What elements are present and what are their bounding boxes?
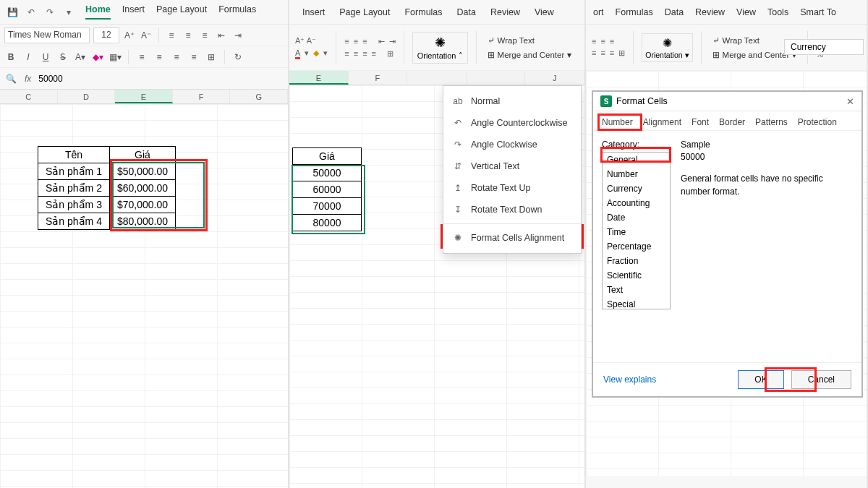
align-right-icon[interactable]: ≡	[170, 51, 183, 64]
table-row[interactable]: Sản phẩm 2$60,000.00	[38, 180, 176, 197]
align-left-icon[interactable]: ≡	[344, 49, 349, 59]
merge-icon[interactable]: ⊞	[618, 48, 625, 58]
border-icon[interactable]: ▦▾	[109, 51, 122, 64]
cell-grid[interactable]: Tên Giá Sản phẩm 1$50,000.00 Sản phẩm 2$…	[0, 104, 288, 488]
category-list[interactable]: General Number Currency Accounting Date …	[602, 152, 671, 309]
dlg-tab-alignment[interactable]: Alignment	[643, 117, 681, 127]
cat-time[interactable]: Time	[603, 225, 670, 239]
undo-icon[interactable]: ↶	[25, 6, 38, 19]
align-right-icon[interactable]: ≡	[610, 48, 614, 58]
cat-number[interactable]: Number	[603, 167, 670, 181]
cancel-button[interactable]: Cancel	[791, 370, 851, 389]
tab-insert[interactable]: Insert	[302, 7, 325, 17]
tab-data[interactable]: Data	[665, 7, 684, 17]
table-row[interactable]: Sản phẩm 4$80,000.00	[38, 213, 176, 230]
tab-home[interactable]: Home	[85, 4, 111, 20]
align-left-icon[interactable]: ≡	[592, 48, 596, 58]
tab-review[interactable]: Review	[490, 7, 520, 17]
indent-l-icon[interactable]: ⇤	[378, 37, 385, 46]
cat-currency[interactable]: Currency	[603, 181, 670, 196]
indent-r-icon[interactable]: ⇥	[389, 37, 396, 46]
indent-left-icon[interactable]: ⇤	[215, 29, 228, 42]
align-left-icon[interactable]: ≡	[135, 51, 148, 64]
view-explains-link[interactable]: View explains	[603, 374, 656, 385]
tab-pagelayout[interactable]: Page Layout	[339, 7, 390, 17]
orientation-cw[interactable]: ↷Angle Clockwise	[443, 134, 581, 155]
orientation-format-cells[interactable]: ✺Format Cells Alignment	[443, 227, 581, 249]
table-header-row[interactable]: Tên Giá	[38, 147, 176, 163]
tab-ort[interactable]: ort	[593, 7, 604, 17]
save-icon[interactable]: 💾	[6, 6, 19, 19]
dlg-tab-font[interactable]: Font	[692, 117, 709, 127]
col-E[interactable]: E	[289, 71, 349, 85]
align-justify-icon[interactable]: ≡	[372, 49, 376, 59]
merge-center-button[interactable]: ⊞Merge and Center ▾	[485, 48, 575, 61]
orientation-button[interactable]: ✺ Orientation ▾	[642, 33, 692, 62]
tab-tools[interactable]: Tools	[767, 7, 788, 17]
tab-view[interactable]: View	[535, 7, 554, 17]
cat-general[interactable]: General	[603, 153, 670, 167]
redo-icon[interactable]: ↷	[43, 6, 56, 19]
table-row[interactable]: Sản phẩm 3$70,000.00	[38, 197, 176, 213]
align-mid-icon[interactable]: ≡	[354, 37, 358, 46]
cat-date[interactable]: Date	[603, 210, 670, 225]
cat-special[interactable]: Special	[603, 297, 670, 309]
formula-value[interactable]: 50000	[38, 74, 62, 84]
align-center-icon[interactable]: ≡	[153, 51, 166, 64]
italic-icon[interactable]: I	[22, 51, 35, 64]
bold-icon[interactable]: B	[4, 51, 17, 64]
orientation-ccw[interactable]: ↶Angle Counterclockwise	[443, 112, 581, 134]
tab-smart[interactable]: Smart To	[800, 7, 836, 17]
table-cell[interactable]: 70000	[293, 198, 362, 215]
strike-icon[interactable]: S̶	[56, 51, 69, 64]
orientation-icon[interactable]: ↻	[231, 51, 244, 64]
tab-view[interactable]: View	[736, 7, 756, 17]
more-icon[interactable]: ▾	[62, 6, 75, 19]
align-justify-icon[interactable]: ≡	[187, 51, 200, 64]
align-bottom-icon[interactable]: ≡	[198, 29, 211, 42]
price-table[interactable]: Giá 50000 60000 70000 80000	[292, 147, 362, 231]
align-top-icon[interactable]: ≡	[165, 29, 178, 42]
align-top-icon[interactable]: ≡	[344, 37, 349, 46]
tab-formulas[interactable]: Formulas	[404, 7, 442, 17]
align-bot-icon[interactable]: ≡	[610, 37, 614, 46]
cat-fraction[interactable]: Fraction	[603, 254, 670, 268]
orientation-normal[interactable]: abNormal	[443, 90, 581, 112]
number-format-select[interactable]: Currency	[784, 39, 864, 55]
merge-icon[interactable]: ⊞	[387, 49, 393, 59]
col-blank[interactable]	[467, 71, 526, 85]
align-middle-icon[interactable]: ≡	[182, 29, 195, 42]
price-header[interactable]: Giá	[293, 148, 362, 165]
orientation-rotate-up[interactable]: ↥Rotate Text Up	[443, 177, 581, 199]
dlg-tab-border[interactable]: Border	[719, 117, 745, 127]
fill-color-icon[interactable]: ◆▾	[91, 51, 104, 64]
table-header[interactable]: Giá	[109, 147, 175, 163]
align-top-icon[interactable]: ≡	[592, 37, 596, 46]
dlg-tab-number[interactable]: Number	[602, 117, 633, 127]
dlg-tab-protection[interactable]: Protection	[798, 117, 837, 127]
table-cell[interactable]: 50000	[293, 165, 362, 181]
col-blank[interactable]	[407, 71, 467, 85]
increase-font-icon[interactable]: A⁺	[123, 29, 136, 42]
col-J[interactable]: J	[525, 71, 584, 85]
font-name-select[interactable]: Times New Roman	[4, 27, 90, 43]
table-cell[interactable]: 80000	[293, 215, 362, 231]
col-G[interactable]: G	[230, 90, 288, 103]
col-E[interactable]: E	[115, 90, 173, 103]
ok-button[interactable]: OK	[738, 370, 783, 389]
merge-icon[interactable]: ⊞	[205, 51, 218, 64]
show-formula-icon[interactable]: 🔍	[4, 72, 17, 85]
dlg-tab-patterns[interactable]: Patterns	[755, 117, 788, 127]
align-center-icon[interactable]: ≡	[600, 48, 605, 58]
col-F[interactable]: F	[173, 90, 231, 103]
close-icon[interactable]: ✕	[846, 96, 854, 107]
align-right-icon[interactable]: ≡	[362, 49, 367, 59]
orientation-vertical[interactable]: ⇵Vertical Text	[443, 155, 581, 177]
col-F[interactable]: F	[349, 71, 408, 85]
tab-review[interactable]: Review	[695, 7, 725, 17]
orientation-button[interactable]: ✺ Orientation ˄	[412, 32, 468, 64]
wrap-text-button[interactable]: ⤶Wrap Text	[485, 34, 575, 47]
data-table[interactable]: Tên Giá Sản phẩm 1$50,000.00 Sản phẩm 2$…	[38, 146, 176, 230]
table-row[interactable]: Sản phẩm 1$50,000.00	[38, 163, 176, 180]
table-cell[interactable]: 60000	[293, 181, 362, 198]
